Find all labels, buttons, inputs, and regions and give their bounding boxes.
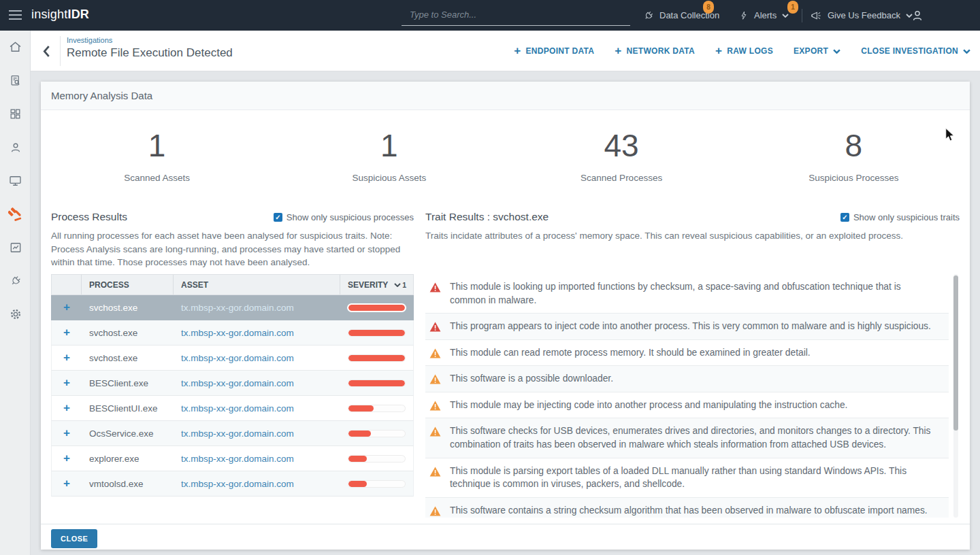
sidebar-item-endpoints[interactable] — [0, 164, 31, 197]
back-button[interactable] — [37, 42, 55, 60]
sidebar-item-reports[interactable] — [0, 231, 31, 264]
sidebar-item-log-search[interactable] — [0, 64, 31, 97]
expand-plus-icon[interactable]: + — [63, 351, 70, 364]
memory-analysis-modal: Memory Analysis Data 1 Scanned Assets 1 … — [41, 82, 970, 550]
chevron-down-icon — [782, 14, 789, 18]
warning-triangle-icon — [429, 348, 441, 358]
process-column-header[interactable]: PROCESS — [82, 275, 174, 295]
user-account-button[interactable] — [911, 9, 924, 22]
stat-suspicious-processes: 8 Suspicious Processes — [738, 128, 970, 183]
modal-title: Memory Analysis Data — [41, 82, 970, 110]
expand-plus-icon[interactable]: + — [63, 452, 70, 465]
process-name: vmtoolsd.exe — [82, 479, 174, 489]
process-table: PROCESS ASSET SEVERITY 1 + svchost.exe — [51, 274, 414, 497]
header-actions: + ENDPOINT DATA + NETWORK DATA + RAW LOG… — [514, 31, 970, 71]
trait-list-scrollbar[interactable] — [953, 274, 958, 518]
plus-icon: + — [514, 45, 521, 56]
alerts-menu[interactable]: Alerts — [739, 10, 789, 21]
severity-bar — [348, 329, 406, 337]
monitor-icon — [8, 174, 22, 188]
network-data-button[interactable]: + NETWORK DATA — [615, 46, 695, 56]
process-results-description: All running processes for each asset hav… — [51, 229, 414, 269]
asset-link[interactable]: tx.mbsp-xx-gor.domain.com — [174, 328, 340, 338]
warning-triangle-icon — [429, 467, 441, 477]
sidebar-item-dashboard[interactable] — [0, 97, 31, 131]
log-search-icon — [9, 74, 22, 88]
search-input[interactable] — [402, 4, 630, 25]
expand-plus-icon[interactable]: + — [63, 301, 70, 314]
close-button[interactable]: CLOSE — [51, 529, 97, 548]
suspicious-processes-filter[interactable]: ✓ Show only suspicious processes — [274, 212, 414, 222]
severity-column-header[interactable]: SEVERITY 1 — [340, 275, 413, 295]
asset-link[interactable]: tx.mbsp-xx-gor.domain.com — [174, 353, 340, 363]
severity-bar — [348, 455, 406, 462]
sidebar-item-users[interactable] — [0, 131, 31, 164]
data-collection-badge: 8 — [703, 1, 714, 14]
trait-item: This software checks for USB devices, en… — [425, 418, 949, 458]
severity-bar — [348, 354, 406, 362]
trait-text: This software is a possible downloader. — [450, 372, 613, 386]
feedback-menu[interactable]: Give Us Feedback — [810, 10, 913, 21]
chevron-down-icon — [394, 283, 401, 287]
feedback-label: Give Us Feedback — [828, 10, 900, 20]
user-icon — [9, 141, 22, 154]
close-investigation-button[interactable]: CLOSE INVESTIGATION — [861, 46, 970, 56]
expand-plus-icon[interactable]: + — [63, 426, 70, 439]
gear-icon — [9, 307, 22, 321]
chevron-left-icon — [43, 46, 50, 57]
table-row[interactable]: + svchost.exe tx.mbsp-xx-gor.domain.com — [51, 346, 414, 371]
gavel-icon — [8, 207, 23, 222]
severity-bar — [348, 480, 406, 488]
process-results-title: Process Results — [51, 211, 127, 223]
sidebar-item-settings[interactable] — [0, 297, 31, 331]
trait-text: This software checks for USB devices, en… — [450, 424, 938, 451]
breadcrumb[interactable]: Investigations — [67, 36, 112, 44]
checkbox-checked-icon[interactable]: ✓ — [840, 213, 849, 222]
page-header: Investigations Remote File Execution Det… — [0, 31, 980, 71]
asset-link[interactable]: tx.mbsp-xx-gor.domain.com — [174, 378, 340, 388]
process-table-body: + svchost.exe tx.mbsp-xx-gor.domain.com … — [51, 295, 414, 497]
scrollbar-thumb[interactable] — [953, 275, 958, 431]
report-chart-icon — [9, 241, 22, 254]
sidebar-item-investigations[interactable] — [0, 197, 31, 231]
asset-link[interactable]: tx.mbsp-xx-gor.domain.com — [174, 303, 340, 313]
sidebar-item-home[interactable] — [0, 31, 31, 64]
endpoint-data-button[interactable]: + ENDPOINT DATA — [514, 46, 594, 56]
expand-plus-icon[interactable]: + — [63, 401, 70, 414]
asset-link[interactable]: tx.mbsp-xx-gor.domain.com — [174, 454, 340, 464]
trait-item: This module is looking up imported funct… — [425, 274, 949, 314]
expand-plus-icon[interactable]: + — [63, 477, 70, 490]
home-icon — [8, 40, 22, 54]
stat-scanned-processes: 43 Scanned Processes — [506, 128, 738, 183]
trait-text: This module is looking up imported funct… — [450, 280, 938, 307]
table-row[interactable]: + OcsService.exe tx.mbsp-xx-gor.domain.c… — [51, 421, 414, 446]
stat-scanned-assets: 1 Scanned Assets — [41, 128, 273, 183]
severity-bar — [348, 380, 406, 387]
trait-results-section: Trait Results : svchost.exe ✓ Show only … — [425, 209, 960, 243]
process-name: BESClientUI.exe — [82, 403, 174, 414]
sort-indicator[interactable]: 1 — [394, 281, 406, 289]
asset-column-header[interactable]: ASSET — [174, 275, 340, 295]
checkbox-checked-icon[interactable]: ✓ — [274, 213, 282, 222]
asset-link[interactable]: tx.mbsp-xx-gor.domain.com — [174, 403, 340, 414]
asset-link[interactable]: tx.mbsp-xx-gor.domain.com — [174, 479, 340, 489]
sidebar-item-data-collection[interactable] — [0, 264, 31, 297]
table-row[interactable]: + BESClient.exe tx.mbsp-xx-gor.domain.co… — [51, 371, 414, 396]
process-name: svchost.exe — [82, 353, 174, 363]
app-logo[interactable]: insightIDR — [31, 7, 89, 22]
export-button[interactable]: EXPORT — [794, 46, 840, 56]
warning-triangle-icon — [429, 282, 441, 292]
table-row[interactable]: + svchost.exe tx.mbsp-xx-gor.domain.com — [51, 320, 414, 346]
table-row[interactable]: + vmtoolsd.exe tx.mbsp-xx-gor.domain.com — [51, 471, 414, 497]
expand-plus-icon[interactable]: + — [63, 376, 70, 389]
suspicious-traits-filter[interactable]: ✓ Show only suspicious traits — [840, 212, 960, 222]
table-row[interactable]: + svchost.exe tx.mbsp-xx-gor.domain.com — [51, 295, 414, 320]
filter-label: Show only suspicious traits — [853, 212, 960, 222]
raw-logs-button[interactable]: + RAW LOGS — [715, 46, 773, 56]
table-row[interactable]: + BESClientUI.exe tx.mbsp-xx-gor.domain.… — [51, 396, 414, 421]
hamburger-menu-icon[interactable] — [9, 10, 22, 22]
trait-text: This module can read remote process memo… — [450, 346, 811, 360]
expand-plus-icon[interactable]: + — [63, 326, 70, 339]
asset-link[interactable]: tx.mbsp-xx-gor.domain.com — [174, 428, 340, 439]
table-row[interactable]: + explorer.exe tx.mbsp-xx-gor.domain.com — [51, 446, 414, 471]
